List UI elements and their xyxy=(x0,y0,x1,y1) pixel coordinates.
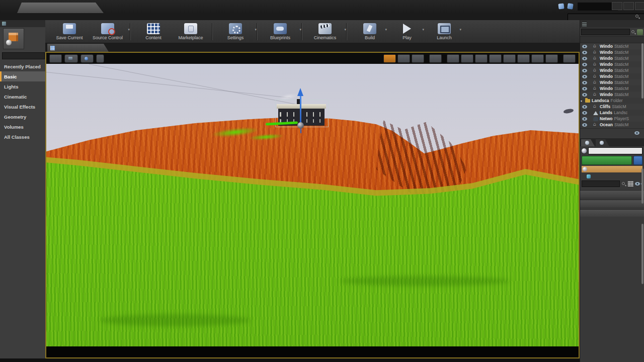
outliner-row[interactable]: Windo StaticM xyxy=(580,49,644,55)
move-tool-button[interactable] xyxy=(383,54,396,63)
modes-category[interactable]: Lights xyxy=(0,81,45,92)
outliner-row[interactable]: Windo StaticM xyxy=(580,92,644,98)
scale-tool-button[interactable] xyxy=(412,54,424,63)
outliner-row[interactable]: Cliffs StaticM xyxy=(580,104,644,110)
tab-world-settings[interactable] xyxy=(596,139,609,146)
toolbar-button[interactable]: Save Current ▾ xyxy=(52,23,87,40)
visibility-eye-icon[interactable] xyxy=(582,117,587,121)
toolbar-button[interactable]: Content ▾ xyxy=(136,23,171,40)
outliner-row[interactable]: Windo StaticM xyxy=(580,73,644,79)
scale-snap-icon[interactable] xyxy=(503,54,516,63)
scale-snap-value[interactable] xyxy=(517,54,530,63)
viewport-tab[interactable] xyxy=(47,44,109,52)
visibility-eye-icon[interactable] xyxy=(582,87,587,90)
modes-category-list: Recently PlacedBasicLightsCinematicVisua… xyxy=(0,61,45,142)
details-scrollbar[interactable] xyxy=(641,224,643,284)
3d-scene[interactable] xyxy=(46,64,579,346)
outliner-search-input[interactable] xyxy=(581,29,630,35)
visibility-eye-icon[interactable] xyxy=(582,123,587,127)
toolbar-button[interactable]: Blueprints ▾ xyxy=(263,23,302,40)
visibility-eye-icon[interactable] xyxy=(582,51,587,54)
visibility-eye-icon[interactable] xyxy=(582,105,587,109)
base-inherited-row[interactable] xyxy=(585,173,642,179)
place-mode-button[interactable] xyxy=(3,28,24,49)
visibility-eye-icon[interactable] xyxy=(582,69,587,72)
outliner-row[interactable]: Windo StaticM xyxy=(580,85,644,92)
modes-category[interactable]: Geometry xyxy=(0,112,45,122)
outliner-row[interactable]: Windo StaticM xyxy=(580,79,644,85)
outliner-scrollbar[interactable] xyxy=(641,43,643,99)
visibility-eye-icon[interactable] xyxy=(582,63,587,66)
property-matrix-icon[interactable] xyxy=(628,181,633,187)
toolbar-icon xyxy=(318,23,332,34)
maximize-button[interactable] xyxy=(623,2,634,10)
visibility-eye-icon[interactable] xyxy=(582,57,587,60)
modes-category[interactable]: All Classes xyxy=(0,132,45,142)
angle-snap-icon[interactable] xyxy=(475,54,488,63)
visibility-eye-icon[interactable] xyxy=(582,111,587,115)
actor-type-icon xyxy=(593,68,598,73)
search-classes-input[interactable] xyxy=(2,52,45,59)
component-self-row[interactable] xyxy=(582,166,642,172)
modes-category[interactable]: Recently Placed xyxy=(0,61,45,71)
grid-snap-value[interactable] xyxy=(461,54,473,63)
world-space-button[interactable] xyxy=(429,54,442,63)
toolbar-button[interactable]: Source Control ▾ xyxy=(90,23,130,40)
close-button[interactable] xyxy=(635,2,644,10)
grid-snap-icon[interactable] xyxy=(447,54,459,63)
details-search-input[interactable] xyxy=(582,180,620,187)
outliner-row[interactable]: Ocean StaticM xyxy=(580,122,644,128)
lit-button[interactable] xyxy=(80,54,94,63)
section-transform[interactable] xyxy=(580,190,644,198)
translate-gizmo-arrowhead[interactable] xyxy=(297,88,303,96)
outliner-row[interactable]: Lands Landsc xyxy=(580,110,644,116)
perspective-button[interactable] xyxy=(64,54,78,63)
angle-snap-value[interactable] xyxy=(489,54,502,63)
visibility-eye-icon[interactable] xyxy=(582,93,587,97)
actor-name-field[interactable] xyxy=(588,147,642,154)
layout-icon[interactable] xyxy=(558,3,564,9)
toolbar-button[interactable]: Settings ▾ xyxy=(218,23,257,40)
visibility-eye-icon[interactable] xyxy=(582,75,587,78)
add-component-button[interactable] xyxy=(582,156,632,165)
actor-type-icon xyxy=(593,117,598,121)
visibility-eye-icon[interactable] xyxy=(582,81,587,84)
expander-icon[interactable]: ▾ xyxy=(581,99,584,103)
details-scrollbar[interactable] xyxy=(641,168,643,204)
viewport[interactable] xyxy=(45,52,580,358)
section-default[interactable] xyxy=(580,200,644,207)
edit-blueprint-button[interactable] xyxy=(633,156,642,165)
rotate-tool-button[interactable] xyxy=(397,54,410,63)
modes-category[interactable]: Basic xyxy=(0,71,45,81)
modes-category[interactable]: Visual Effects xyxy=(0,102,45,112)
outliner-row[interactable]: ▾ Landsca Folder xyxy=(580,98,644,104)
sphere-icon xyxy=(6,40,12,45)
translate-gizmo-z-axis[interactable] xyxy=(300,95,301,124)
modes-category[interactable]: Volumes xyxy=(0,122,45,132)
toolbar-button[interactable]: Launch ▾ xyxy=(427,23,461,40)
layout-maximize-button[interactable] xyxy=(563,54,576,63)
camera-speed-icon[interactable] xyxy=(531,54,544,63)
layout-icon[interactable] xyxy=(567,3,573,9)
show-button[interactable] xyxy=(96,54,104,63)
tab-details[interactable] xyxy=(581,139,595,146)
section-override-settings[interactable] xyxy=(580,209,644,217)
toolbar-button[interactable]: Build ▾ xyxy=(353,23,387,40)
help-search-input[interactable] xyxy=(568,14,644,21)
outliner-row[interactable]: Netwo PlayerS xyxy=(580,116,644,122)
outliner-row[interactable]: Windo StaticM xyxy=(580,61,644,67)
toolbar-button[interactable]: Marketplace ▾ xyxy=(174,23,212,40)
outliner-row[interactable]: Windo StaticM xyxy=(580,55,644,61)
modes-category[interactable]: Cinematic xyxy=(0,92,45,102)
toolbar-button[interactable]: Play ▾ xyxy=(390,23,424,40)
outliner-row[interactable]: Windo StaticM xyxy=(580,67,644,73)
outliner-row[interactable]: Windo StaticM xyxy=(580,43,644,49)
minimize-button[interactable] xyxy=(612,2,622,10)
viewport-options-dropdown[interactable] xyxy=(49,54,62,63)
new-folder-button[interactable] xyxy=(637,29,643,35)
gizmo-origin-sphere[interactable] xyxy=(297,122,304,129)
level-tab[interactable] xyxy=(17,3,104,13)
visibility-eye-icon[interactable] xyxy=(582,45,587,48)
camera-speed-value[interactable] xyxy=(545,54,558,63)
toolbar-button[interactable]: Cinematics ▾ xyxy=(308,23,347,40)
